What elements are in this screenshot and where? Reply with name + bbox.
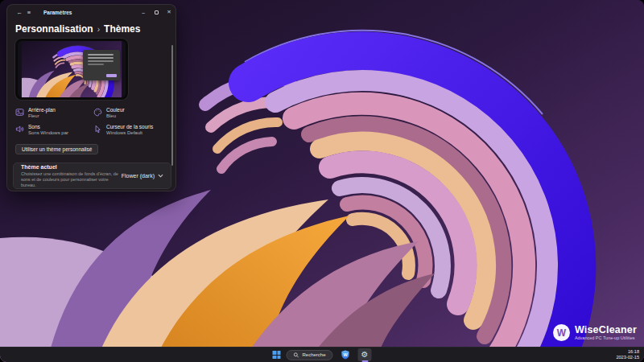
theme-preview-monitor [15,39,128,100]
maximize-icon [155,10,159,14]
tile-label: Curseur de la souris [106,124,153,130]
window-controls: – ✕ [137,5,175,19]
tile-value: Bleu [106,113,125,119]
search-icon [293,352,299,358]
image-icon [15,108,24,117]
tile-value: Fleur [28,113,56,119]
window-title: Paramètres [43,10,137,15]
wisecleaner-logo-icon: W [553,324,570,341]
theme-setting-tiles: Arrière-plan Fleur Couleur Bleu Sons Son… [15,107,168,136]
start-button[interactable] [272,351,280,359]
current-theme-text: Thème actuel Choisissez une combinaison … [21,164,121,188]
minimize-button[interactable]: – [137,5,150,19]
current-theme-card: Thème actuel Choisissez une combinaison … [13,162,171,189]
scrollbar-thumb[interactable] [171,45,173,166]
close-button[interactable]: ✕ [163,5,175,19]
mini-text-line [88,54,114,56]
sound-icon [15,125,24,134]
wisecleaner-watermark: W WiseCleaner Advanced PC Tune-up Utilit… [553,324,637,341]
wisecleaner-taskbar-icon[interactable]: W [339,348,353,361]
sounds-setting[interactable]: Sons Sons Windows par [15,124,90,136]
mini-text-line [88,57,114,59]
current-theme-description: Choisissez une combinaison de fonds d'éc… [21,171,121,188]
current-theme-title: Thème actuel [21,164,121,170]
breadcrumb-personnalisation[interactable]: Personnalisation [15,23,93,35]
wisecleaner-text: WiseCleaner Advanced PC Tune-up Utilitie… [575,325,637,340]
tile-label: Couleur [106,107,125,113]
gear-icon: ⚙ [361,351,369,359]
wisecleaner-tagline: Advanced PC Tune-up Utilities [575,335,637,340]
settings-window: ← ≡ Paramètres – ✕ Personnalisation › Th… [6,4,176,191]
desktop: ← ≡ Paramètres – ✕ Personnalisation › Th… [0,0,644,362]
wisecleaner-logo-letter: W [557,327,566,339]
svg-text:W: W [343,352,348,357]
menu-icon[interactable]: ≡ [24,9,34,16]
titlebar: ← ≡ Paramètres – ✕ [7,5,175,19]
clock-date: 2023-02-15 [616,355,639,360]
mini-text-line [88,60,114,62]
palette-icon [93,108,102,117]
tile-label: Arrière-plan [28,107,56,113]
maximize-button[interactable] [150,5,163,19]
mini-accent-button [106,74,117,78]
settings-taskbar-icon[interactable]: ⚙ [358,348,372,361]
breadcrumb: Personnalisation › Thèmes [15,23,140,35]
taskbar: Recherche W ⚙ 16:18 2023-02-15 [0,347,644,362]
background-setting[interactable]: Arrière-plan Fleur [15,107,90,119]
mini-text-line [88,64,104,65]
theme-dropdown[interactable]: Flower (dark) [122,173,163,179]
breadcrumb-themes: Thèmes [104,23,140,35]
clock-time: 16:18 [616,349,639,355]
theme-preview-mini-window [83,50,120,80]
mouse-cursor-setting[interactable]: Curseur de la souris Windows Default [93,124,168,136]
wisecleaner-brand: WiseCleaner [575,325,637,335]
taskbar-center: Recherche W ⚙ [272,348,371,362]
search-label: Recherche [302,352,325,357]
wisecleaner-shield-icon: W [341,350,350,360]
theme-dropdown-value: Flower (dark) [122,173,155,179]
tile-label: Sons [28,124,68,130]
custom-theme-button[interactable]: Utiliser un thème personnalisé [15,144,98,154]
color-setting[interactable]: Couleur Bleu [93,107,168,119]
taskbar-clock[interactable]: 16:18 2023-02-15 [616,349,639,360]
tile-value: Sons Windows par [28,130,68,136]
cursor-icon [93,125,102,134]
breadcrumb-separator: › [97,25,100,34]
taskbar-search[interactable]: Recherche [286,350,332,360]
back-icon[interactable]: ← [14,9,24,16]
tile-value: Windows Default [106,130,153,136]
chevron-down-icon [158,174,163,178]
